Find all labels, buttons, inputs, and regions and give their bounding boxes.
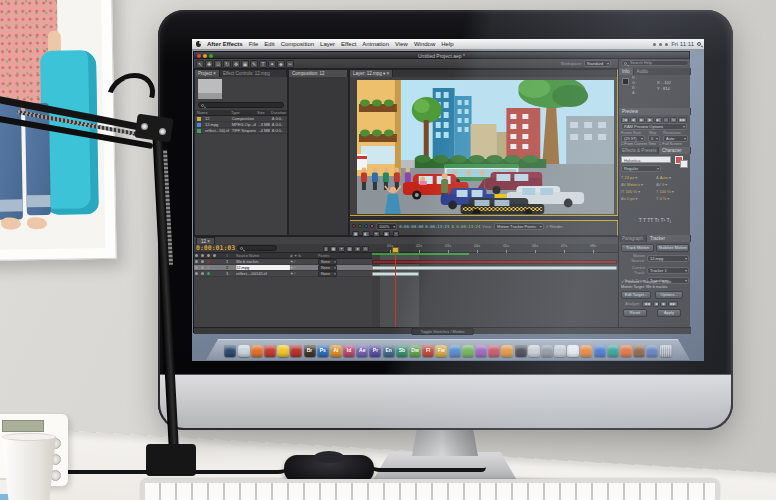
full-screen-checkbox[interactable]: □ Full Screen (659, 142, 682, 146)
tool-icon-7[interactable]: T (259, 60, 267, 68)
character-control[interactable]: AVMetrics▾ (621, 182, 654, 187)
layer-viewer-canvas[interactable] (357, 80, 614, 214)
dock-icon-app-red-pen[interactable] (488, 345, 500, 357)
dock-icon-app-blue[interactable] (594, 345, 606, 357)
position-checkbox[interactable]: ✓ Position (621, 280, 639, 284)
control-value[interactable]: 0 px (627, 196, 635, 201)
render-checkbox[interactable]: ✓ Render (546, 224, 563, 229)
skip-dropdown[interactable]: 0 (648, 135, 660, 142)
audio-icon[interactable] (201, 266, 204, 269)
tab-tracker[interactable]: Tracker (647, 235, 691, 242)
tool-icon-9[interactable]: ◈ (277, 60, 285, 68)
dock-icon-bridge[interactable]: Br (304, 345, 316, 357)
menu-after-effects[interactable]: After Effects (204, 41, 246, 47)
eye-icon[interactable] (195, 272, 198, 275)
dock-icon-photoshop[interactable]: Ps (317, 345, 329, 357)
from-current-time-checkbox[interactable]: □ From Current Time (621, 142, 656, 146)
dock-icon-encore[interactable]: En (383, 345, 395, 357)
dock-icon-dvd-disc[interactable] (554, 345, 566, 357)
timecode-current[interactable]: 0:00:13:23 (425, 224, 449, 229)
field-dropdown[interactable]: 12.mpg (647, 255, 689, 262)
window-titlebar[interactable]: Untitled Project.aep * (194, 52, 689, 59)
dock-icon-app-dark[interactable] (515, 345, 527, 357)
edit-target-button[interactable]: Edit Target... (621, 291, 651, 299)
resolution-dropdown[interactable]: Auto (663, 135, 688, 142)
dock-icon-displays[interactable] (646, 345, 658, 357)
character-control[interactable]: Aa0 px▾ (621, 196, 654, 201)
layer-time-ruler[interactable] (350, 215, 619, 221)
dock-icon-app-green[interactable] (462, 345, 474, 357)
parent-dropdown[interactable]: None (318, 271, 337, 277)
label-swatch[interactable] (207, 272, 210, 275)
eye-icon[interactable] (195, 266, 198, 269)
dock-icon-illustrator[interactable]: Ai (330, 345, 342, 357)
dock-icon-safari[interactable] (238, 345, 250, 357)
reset-button[interactable]: Reset (623, 309, 647, 317)
dock-icon-premiere[interactable]: Pr (369, 345, 381, 357)
menubar-clock[interactable]: Fri 11:11 (671, 41, 694, 47)
dock-icon-app-teal[interactable] (607, 345, 619, 357)
dock-icon-app-purple-flag[interactable] (475, 345, 487, 357)
tool-icon-10[interactable]: ✂ (286, 60, 294, 68)
layer-toggles[interactable] (194, 271, 226, 276)
workspace-dropdown[interactable]: Standard (584, 60, 611, 67)
stroke-color-swatch[interactable] (680, 160, 688, 168)
volume-icon[interactable] (665, 43, 668, 46)
tab-audio[interactable]: Audio (634, 68, 691, 75)
dock-icon-vlc[interactable] (580, 345, 592, 357)
playhead-handle[interactable] (392, 247, 399, 253)
tab-layer[interactable]: Layer: 12.mpg ▾ × (350, 70, 393, 77)
character-control[interactable]: AV0▾ (656, 182, 689, 187)
control-value[interactable]: 0 % (659, 196, 666, 201)
tool-icon-1[interactable]: ✚ (205, 60, 213, 68)
tab-preview[interactable]: Preview (619, 108, 691, 115)
timeline-icon-2[interactable]: ✦ (338, 246, 345, 252)
menu-composition[interactable]: Composition (278, 41, 317, 47)
dock-icon-blender[interactable] (501, 345, 513, 357)
search-help-input[interactable]: Search Help (621, 60, 689, 66)
timeline-icon-5[interactable]: ⊙ (362, 246, 369, 252)
analyze-button-0[interactable]: ◀◀ (642, 301, 651, 307)
menu-window[interactable]: Window (411, 41, 438, 47)
project-search-input[interactable] (198, 102, 284, 108)
tool-icon-6[interactable]: ✎ (250, 60, 258, 68)
dock-icon-trash[interactable] (660, 345, 672, 357)
track-motion-button[interactable]: Track Motion (621, 244, 654, 252)
timeline-icon-4[interactable]: ◈ (354, 246, 361, 252)
audio-icon[interactable] (201, 260, 204, 263)
menu-animation[interactable]: Animation (359, 41, 392, 47)
blue-channel-icon[interactable] (364, 224, 368, 228)
scale-checkbox[interactable]: ○ Scale (658, 280, 671, 284)
ram-preview-dropdown[interactable]: RAM Preview Options (621, 123, 687, 130)
control-value[interactable]: Auto (660, 175, 668, 180)
dock-icon-acrobat[interactable] (290, 345, 302, 357)
field-dropdown[interactable]: Tracker 1 (647, 267, 689, 274)
dock-icon-fireworks[interactable]: Fw (435, 345, 447, 357)
tool-icon-5[interactable]: ▣ (241, 60, 249, 68)
dock-icon-dreamweaver[interactable]: Dw (409, 345, 421, 357)
character-control[interactable]: AAuto▾ (656, 175, 689, 180)
layer-switches[interactable]: ✦ ∕ (290, 265, 318, 270)
options-button[interactable]: Options... (655, 291, 683, 299)
menu-effect[interactable]: Effect (338, 41, 359, 47)
tool-icon-8[interactable]: ✦ (268, 60, 276, 68)
current-timecode[interactable]: 0:00:01:03 (196, 244, 235, 252)
zoom-dropdown[interactable]: 100% (376, 223, 397, 230)
tab-effects-presets[interactable]: Effects & Presets (619, 147, 659, 154)
dock-icon-app-orange[interactable] (620, 345, 632, 357)
rotation-checkbox[interactable]: ○ Rotation (640, 280, 658, 284)
layer-duration-bar[interactable] (372, 260, 617, 264)
control-value[interactable]: 0 (662, 182, 664, 187)
tab-timeline-comp[interactable]: 12 × (196, 237, 215, 244)
label-swatch[interactable] (207, 266, 210, 269)
layer-name[interactable]: 12.mpg (236, 265, 290, 270)
timeline-tracks-area[interactable]: 01s02s03s04s05s06s07s08s (372, 244, 618, 328)
dock-icon-soundbooth[interactable]: Sb (396, 345, 408, 357)
timeline-icon-1[interactable]: ▦ (330, 246, 337, 252)
playhead-line[interactable] (395, 253, 396, 328)
font-family-dropdown[interactable]: Helvetica (621, 156, 671, 163)
dock-icon-firefox[interactable] (251, 345, 263, 357)
tab-project[interactable]: Project × (195, 70, 220, 77)
tab-paragraph[interactable]: Paragraph (619, 235, 647, 242)
dock-icon-pen-tablet[interactable] (567, 345, 579, 357)
